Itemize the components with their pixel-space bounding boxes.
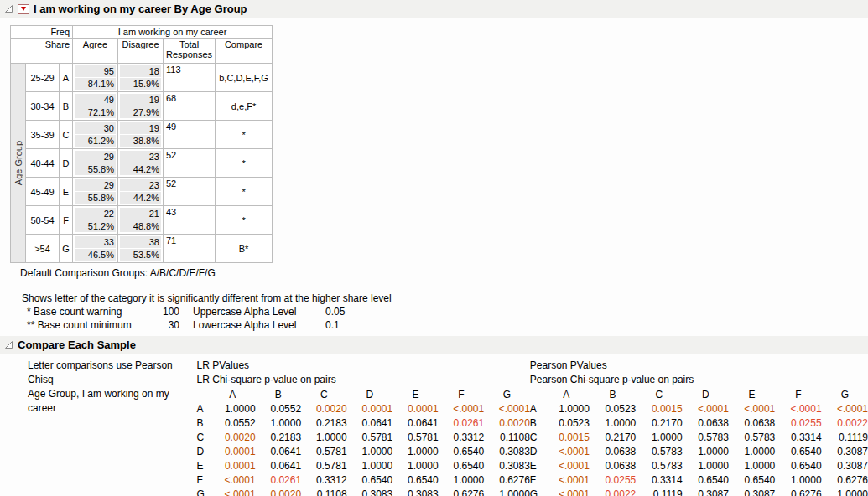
disagree-count: 21 <box>120 208 161 220</box>
matrix-row: G<.00010.00220.11190.30870.30870.62761.0… <box>530 488 868 496</box>
pvalue-cell: <.0001 <box>543 445 590 459</box>
pvalue-cell: 0.3314 <box>636 473 682 488</box>
column-header-agree: Agree <box>73 39 118 64</box>
corner-freq-label: Freq <box>11 26 73 39</box>
disclosure-triangle-icon[interactable] <box>3 340 13 350</box>
agree-count: 49 <box>75 94 116 106</box>
red-triangle-menu-icon[interactable] <box>18 4 29 14</box>
disagree-count: 18 <box>120 65 161 77</box>
pvalue-cell: 0.3087 <box>822 445 868 459</box>
matrix-row: A1.00000.05520.00200.00010.0001<.0001<.0… <box>197 402 530 416</box>
pvalue-cell: 0.0020 <box>210 431 256 445</box>
matrix-row-label: B <box>197 416 210 431</box>
pvalue-cell: <.0001 <box>210 473 256 488</box>
pvalue-cell: 0.1108 <box>484 431 530 445</box>
pvalue-cell: 0.6540 <box>775 459 821 473</box>
compare-letters: * <box>216 121 273 149</box>
agree-cell: 3061.2% <box>73 121 118 149</box>
alpha-settings: * Base count warning 100 Uppercase Alpha… <box>27 306 868 331</box>
group-letter: A <box>60 64 73 92</box>
pvalue-cell: 0.0255 <box>775 416 821 431</box>
agree-cell: 3346.5% <box>73 235 118 263</box>
agree-share: 46.5% <box>75 249 116 261</box>
pvalue-cell: 1.0000 <box>347 459 393 473</box>
age-group-axis-cell: Age Group <box>11 64 26 263</box>
agree-cell: 9584.1% <box>73 64 118 92</box>
matrix-col-header: E <box>392 388 439 402</box>
pvalue-cell: <.0001 <box>543 473 590 488</box>
matrix-col-header: E <box>729 388 775 402</box>
pvalue-cell: <.0001 <box>543 459 590 473</box>
total-responses-value: 49 <box>164 121 216 149</box>
pvalue-cell: 0.3083 <box>392 488 439 496</box>
compare-section-title: Compare Each Sample <box>18 338 136 351</box>
pvalue-cell: <.0001 <box>683 402 729 416</box>
pvalue-cell: 0.1119 <box>822 431 868 445</box>
pvalue-cell: 1.0000 <box>392 459 439 473</box>
pvalue-cell: 0.5783 <box>683 431 729 445</box>
matrix-col-header: B <box>590 388 636 402</box>
pvalue-cell: 0.6276 <box>439 488 485 496</box>
agree-share: 55.8% <box>75 163 116 175</box>
group-letter: D <box>60 149 73 178</box>
age-group-axis-label: Age Group <box>13 141 23 185</box>
total-responses-value: 71 <box>164 235 216 263</box>
corner-share-label: Share <box>11 39 73 64</box>
pvalue-cell: 0.0001 <box>392 402 439 416</box>
lr-pvalues-title: LR PValues <box>197 359 530 373</box>
agree-cell: 2955.8% <box>73 149 118 178</box>
matrix-row: D0.00010.06410.57811.00001.00000.65400.3… <box>197 445 530 459</box>
age-label: 30-34 <box>26 92 60 121</box>
disagree-share: 15.9% <box>120 78 161 90</box>
matrix-row: A1.00000.05230.0015<.0001<.0001<.0001<.0… <box>530 402 868 416</box>
matrix-corner <box>530 388 543 402</box>
pvalue-cell: 1.0000 <box>439 473 485 488</box>
total-responses-value: 113 <box>164 64 216 92</box>
column-header-compare: Compare <box>216 39 273 64</box>
base-count-minimum-value: 30 <box>151 319 179 331</box>
total-responses-value: 52 <box>164 149 216 178</box>
pvalue-cell: 0.6276 <box>822 473 868 488</box>
matrix-row: D<.00010.06380.57831.00001.00000.65400.3… <box>530 445 868 459</box>
age-label: 25-29 <box>26 64 60 92</box>
pvalue-cell: 0.0641 <box>256 459 302 473</box>
matrix-row: E<.00010.06380.57831.00001.00000.65400.3… <box>530 459 868 473</box>
pvalue-cell: 0.3083 <box>347 488 393 496</box>
pvalue-cell: 0.6540 <box>729 473 775 488</box>
base-count-warning-value: 100 <box>151 306 179 318</box>
age-label: 40-44 <box>26 149 60 178</box>
pvalue-cell: 0.2183 <box>256 431 302 445</box>
matrix-row: F<.00010.02550.33140.65400.65401.00000.6… <box>530 473 868 488</box>
age-label: 35-39 <box>26 121 60 149</box>
matrix-row-label: G <box>197 488 210 496</box>
pvalue-cell: <.0001 <box>543 488 590 496</box>
crosstab-table: Freq I am working on my career Share Agr… <box>10 25 273 263</box>
pvalue-cell: 0.5781 <box>301 459 347 473</box>
disagree-share: 44.2% <box>120 163 161 175</box>
pearson-matrix-subtitle: Pearson Chi-square p-value on pairs <box>530 373 868 387</box>
pearson-pvalues-block: Pearson PValues Pearson Chi-square p-val… <box>530 359 868 496</box>
pvalue-cell: 0.0001 <box>210 459 256 473</box>
matrix-header-row: ABCDEFG <box>197 388 530 402</box>
compare-letters: d,e,F* <box>216 92 273 121</box>
agree-share: 84.1% <box>75 78 116 90</box>
pvalue-cell: <.0001 <box>210 488 256 496</box>
crosstab-row: 40-44D2955.8%2344.2%52* <box>11 149 273 178</box>
span-header-label: I am working on my career <box>73 26 273 39</box>
pvalue-cell: 0.6540 <box>392 473 439 488</box>
disagree-cell: 3853.5% <box>118 235 164 263</box>
compare-body: Letter comparisons use Pearson Chisq Age… <box>0 354 868 496</box>
pvalue-cell: 0.0001 <box>210 445 256 459</box>
pvalue-cell: 1.0000 <box>301 431 347 445</box>
matrix-row-label: G <box>530 488 543 496</box>
pvalue-cell: 0.0638 <box>683 416 729 431</box>
disagree-cell: 2148.8% <box>118 206 164 235</box>
crosstab-row: 45-49E2955.8%2344.2%52* <box>11 178 273 206</box>
matrix-row-label: F <box>197 473 210 488</box>
disclosure-triangle-icon[interactable] <box>3 4 13 14</box>
report-title: I am working on my career By Age Group <box>34 3 247 15</box>
agree-cell: 4972.1% <box>73 92 118 121</box>
matrix-row: G<.00010.00200.11080.30830.30830.62761.0… <box>197 488 530 496</box>
pvalue-cell: 1.0000 <box>210 402 256 416</box>
matrix-corner <box>197 388 210 402</box>
